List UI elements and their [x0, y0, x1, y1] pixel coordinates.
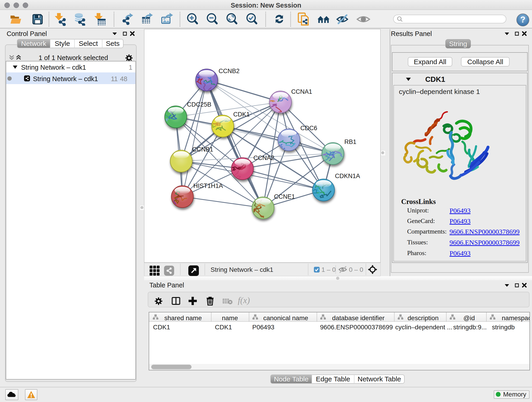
svg-text:HIST1H1A: HIST1H1A [193, 182, 223, 189]
svg-text:CCNA2: CCNA2 [253, 154, 274, 161]
svg-text:CCNB2: CCNB2 [219, 68, 240, 75]
svg-text:CCNE1: CCNE1 [274, 193, 295, 200]
svg-text:CDKN1A: CDKN1A [335, 172, 360, 179]
svg-text:CDC6: CDC6 [300, 125, 317, 132]
svg-text:RB1: RB1 [344, 138, 356, 145]
svg-text:CCNA1: CCNA1 [291, 88, 312, 95]
svg-text:CCNB1: CCNB1 [192, 146, 213, 153]
svg-text:CDC25B: CDC25B [187, 101, 211, 108]
svg-text:CDK1: CDK1 [233, 111, 250, 118]
